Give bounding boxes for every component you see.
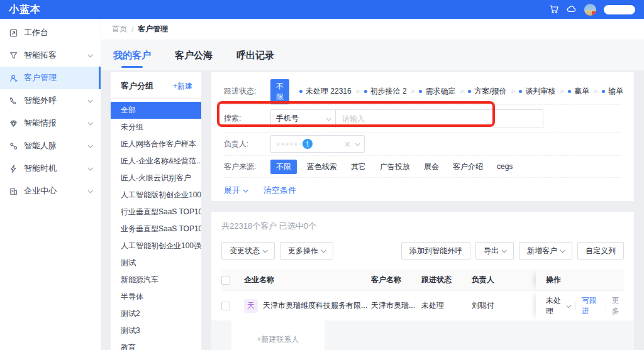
search-filter-label: 搜索:	[224, 113, 270, 124]
company-name[interactable]: 天津市奥瑞维度科技服务有限...	[263, 300, 367, 311]
row-checkbox[interactable]	[221, 302, 230, 310]
group-item[interactable]: 半导体	[111, 288, 201, 305]
user-avatar[interactable]	[584, 4, 596, 16]
nav-item-connections[interactable]: 智能人脉	[0, 134, 101, 157]
status-stage[interactable]: 谈判审核	[519, 86, 555, 97]
toolbar-button[interactable]: 导出	[475, 242, 514, 260]
filter-actions-row: 展开 清空条件	[224, 178, 621, 203]
status-stage[interactable]: 未处理 22316	[299, 86, 352, 97]
cloud-icon[interactable]	[567, 4, 577, 14]
column-status: 跟进状态	[421, 275, 472, 285]
row-more-link[interactable]: 更多	[612, 295, 624, 317]
username-blurred[interactable]	[604, 5, 635, 14]
status-filter-label: 跟进状态:	[224, 86, 270, 97]
results-summary: 共22318个客户 已选中0个	[221, 221, 624, 232]
status-filter-row: 跟进状态: 不限 未处理 22316>初步接洽 2>需求确定>方案/报价>谈判审…	[224, 79, 621, 105]
topbar-actions	[549, 4, 635, 16]
nav-item-prospecting[interactable]: 智能拓客	[0, 44, 101, 67]
select-all-checkbox[interactable]	[221, 276, 230, 285]
toolbar-button[interactable]: 更多操作	[280, 242, 333, 260]
chevron-down-icon	[87, 120, 92, 125]
group-item[interactable]: 人工智能初创企业100强	[111, 238, 201, 254]
chevron-down-icon[interactable]	[355, 141, 360, 146]
search-field-type-select[interactable]: 手机号	[270, 109, 336, 128]
customer-table: 企业名称 客户名称 跟进状态 负责人 操作 天 天津市奥瑞维度科技服务有限...…	[221, 270, 624, 320]
group-item[interactable]: 匠人-火眼云识别客户	[111, 170, 201, 187]
group-item[interactable]: 教育	[111, 339, 201, 350]
column-owner: 负责人	[472, 275, 536, 285]
stage-dot-icon	[419, 90, 422, 93]
source-option[interactable]: 其它	[351, 161, 366, 172]
expand-filters-link[interactable]: 展开	[224, 185, 247, 196]
status-stage[interactable]: 需求确定	[419, 86, 455, 97]
clear-filters-link[interactable]: 清空条件	[264, 185, 296, 196]
owner-count-badge: 1	[303, 139, 313, 149]
source-filter-label: 客户来源:	[224, 161, 270, 172]
status-stage[interactable]: 赢单	[568, 86, 589, 97]
row-status-dropdown[interactable]: 未处理	[546, 295, 570, 317]
toolbar-button[interactable]: 新增客户	[519, 242, 572, 260]
stage-dot-icon	[519, 90, 522, 93]
source-all-chip[interactable]: 不限	[270, 160, 297, 174]
tab-call-records[interactable]: 呼出记录	[235, 43, 275, 68]
status-stage[interactable]: 初步接洽 2	[364, 86, 407, 97]
filter-panel: 跟进状态: 不限 未处理 22316>初步接洽 2>需求确定>方案/报价>谈判审…	[211, 72, 634, 201]
button-label: 自定义列	[586, 246, 616, 256]
button-label: 新增客户	[527, 246, 557, 256]
breadcrumb-home[interactable]: 首页	[112, 24, 127, 35]
owner-select[interactable]: 1	[270, 135, 365, 153]
nav-item-customer-management[interactable]: 客户管理	[0, 67, 101, 89]
building-icon	[9, 187, 18, 196]
tab-my-customers[interactable]: 我的客户	[112, 43, 152, 68]
toolbar-button[interactable]: 添加到智能外呼	[401, 242, 470, 260]
breadcrumb-separator: /	[131, 25, 133, 34]
chevron-down-icon	[87, 97, 92, 102]
owner-filter-label: 负责人:	[224, 139, 270, 150]
new-contact-button[interactable]: +新建联系人	[231, 320, 325, 350]
group-item[interactable]: 测试3	[111, 322, 201, 339]
status-stage[interactable]: 输单	[602, 86, 623, 97]
nav-item-outbound-call[interactable]: 智能外呼	[0, 89, 101, 112]
source-option[interactable]: cegs	[497, 162, 513, 171]
group-item[interactable]: 新能源汽车	[111, 271, 201, 288]
button-label: 导出	[484, 246, 499, 256]
breadcrumb-current: 客户管理	[138, 24, 168, 35]
chevron-down-icon	[262, 248, 267, 253]
status-stage[interactable]: 方案/报价	[468, 86, 506, 97]
stage-label: 谈判审核	[525, 86, 555, 97]
cart-icon[interactable]	[549, 4, 559, 14]
workbench-icon	[9, 28, 18, 38]
owner-filter-row: 负责人: 1	[224, 133, 621, 156]
tab-customer-pool[interactable]: 客户公海	[174, 43, 214, 68]
nav-item-workbench[interactable]: 工作台	[0, 21, 101, 44]
toolbar-button[interactable]: 变更状态	[221, 242, 275, 260]
group-item[interactable]: 匠人-企业名称&经营范...	[111, 153, 201, 170]
source-option[interactable]: 客户介绍	[453, 161, 483, 172]
gem-icon	[9, 119, 18, 128]
table-header-row: 企业名称 客户名称 跟进状态 负责人 操作	[221, 270, 624, 290]
group-item[interactable]: 业务垂直型SaaS TOP10	[111, 221, 201, 238]
search-input[interactable]	[336, 109, 543, 128]
clear-selection-icon[interactable]	[345, 141, 350, 147]
group-item[interactable]: 匠人网络合作客户样本	[111, 136, 201, 153]
nav-item-intelligence[interactable]: 智能情报	[0, 112, 101, 134]
group-item[interactable]: 全部	[111, 102, 201, 119]
source-option[interactable]: 广告投放	[380, 161, 410, 172]
stage-separator: >	[594, 88, 597, 95]
nav-item-timing[interactable]: 智能时机	[0, 157, 101, 180]
source-option[interactable]: 蓝色线索	[307, 161, 337, 172]
group-item[interactable]: 人工智能版初创企业100...	[111, 187, 201, 204]
stage-label: 未处理 22316	[306, 86, 352, 97]
new-group-button[interactable]: +新建	[173, 81, 192, 92]
group-item[interactable]: 行业垂直型SaaS TOP10	[111, 204, 201, 221]
toolbar-left-buttons: 变更状态更多操作	[221, 242, 338, 260]
write-followup-link[interactable]: 写跟进	[582, 295, 600, 317]
source-option[interactable]: 展会	[424, 161, 439, 172]
group-item[interactable]: 测试2	[111, 305, 201, 322]
toolbar-button[interactable]: 自定义列	[577, 242, 624, 260]
stage-dot-icon	[568, 90, 571, 93]
group-item[interactable]: 未分组	[111, 119, 201, 136]
nav-item-enterprise-center[interactable]: 企业中心	[0, 180, 101, 202]
status-all-chip[interactable]: 不限	[270, 79, 289, 104]
group-item[interactable]: 测试	[111, 254, 201, 271]
